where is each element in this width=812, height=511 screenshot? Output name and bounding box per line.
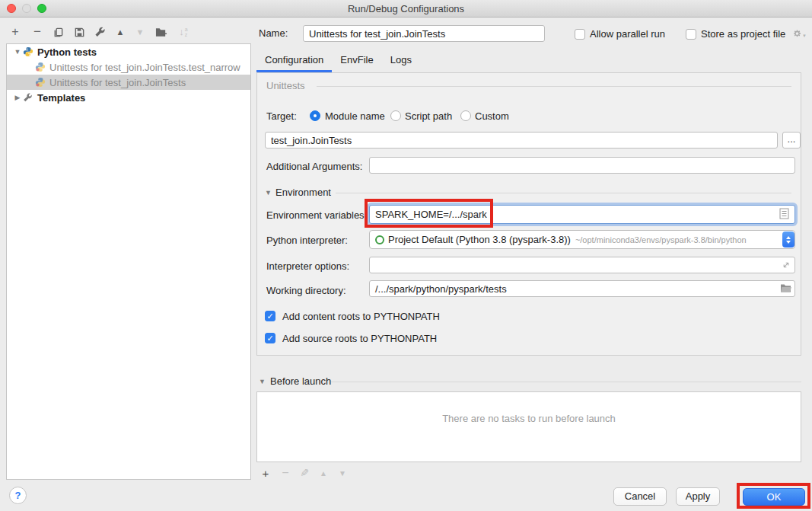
save-configuration-icon[interactable] — [72, 24, 87, 40]
target-script-path-radio[interactable] — [390, 110, 401, 121]
sort-alphabetically-icon: ↓ az — [176, 24, 191, 40]
section-divider — [331, 382, 801, 382]
add-content-roots-checkbox[interactable]: ✓ — [265, 311, 275, 321]
interpreter-path: ~/opt/miniconda3/envs/pyspark-3.8/bin/py… — [575, 235, 747, 244]
python-icon — [22, 46, 33, 58]
add-content-roots-label: Add content roots to PYTHONPATH — [282, 311, 440, 322]
interpreter-name: Project Default (Python 3.8 (pyspark-3.8… — [388, 234, 571, 245]
store-as-project-file-checkbox[interactable] — [686, 29, 696, 40]
run-debug-configurations-dialog: Run/Debug Configurations + − ▲ ▼ ↓ az ▼ … — [0, 0, 812, 511]
window-title: Run/Debug Configurations — [0, 3, 812, 14]
allow-parallel-run-label: Allow parallel run — [590, 28, 665, 40]
working-directory-field[interactable]: /.../spark/python/pyspark/tests — [369, 280, 795, 297]
configuration-panel: Unittests Target: Module name Script pat… — [256, 72, 801, 356]
interpreter-options-label: Interpreter options: — [266, 260, 349, 272]
expand-field-icon[interactable] — [782, 260, 791, 272]
new-folder-icon[interactable] — [154, 24, 169, 40]
ok-button[interactable]: OK — [743, 488, 805, 506]
store-as-project-file-label: Store as project file — [701, 28, 785, 40]
additional-arguments-label: Additional Arguments: — [266, 161, 362, 172]
name-label: Name: — [259, 27, 288, 39]
target-custom-label: Custom — [475, 110, 509, 122]
config-tabs: Configuration EnvFile Logs — [256, 49, 420, 72]
python-test-icon — [34, 62, 46, 73]
target-custom-radio[interactable] — [460, 110, 471, 121]
environment-variables-field[interactable]: SPARK_HOME=/.../spark — [369, 205, 795, 224]
move-task-down-icon: ▼ — [336, 465, 349, 481]
browse-env-vars-icon[interactable] — [779, 208, 789, 222]
browse-module-button[interactable]: ... — [782, 132, 801, 149]
interpreter-options-input[interactable] — [369, 257, 795, 273]
title-bar[interactable]: Run/Debug Configurations — [0, 0, 812, 18]
before-launch-task-list — [256, 391, 801, 462]
environment-variables-label: Environment variables: — [266, 209, 367, 221]
tree-item-label: Templates — [37, 92, 85, 104]
environment-variables-value: SPARK_HOME=/.../spark — [375, 209, 779, 220]
add-source-roots-label: Add source roots to PYTHONPATH — [282, 333, 437, 344]
target-module-name-label: Module name — [325, 110, 385, 122]
tree-item-python-tests[interactable]: ▼ Python tests — [7, 44, 250, 59]
gear-icon[interactable]: ▼ — [793, 27, 807, 40]
before-launch-expander-icon[interactable]: ▼ — [259, 378, 266, 385]
working-directory-value: /.../spark/python/pyspark/tests — [375, 283, 507, 295]
stepper-down-icon — [786, 241, 791, 244]
target-script-path-label: Script path — [405, 110, 452, 122]
configurations-tree: ▼ Python tests Unittests for test_join.J… — [6, 43, 251, 480]
cancel-button[interactable]: Cancel — [613, 487, 667, 506]
help-button[interactable]: ? — [9, 487, 27, 504]
module-name-input[interactable] — [265, 132, 778, 149]
before-launch-empty-message: There are no tasks to run before launch — [256, 413, 801, 424]
move-down-icon: ▼ — [132, 24, 148, 40]
tree-item-unittests-jointests[interactable]: Unittests for test_join.JoinTests — [7, 75, 250, 90]
tab-logs[interactable]: Logs — [382, 49, 420, 72]
working-directory-label: Working directory: — [266, 285, 346, 296]
tree-item-label: Unittests for test_join.JoinTests — [49, 77, 186, 88]
browse-folder-icon[interactable] — [780, 283, 791, 295]
group-divider — [317, 86, 791, 87]
section-divider — [336, 193, 791, 193]
target-label: Target: — [266, 110, 297, 122]
python-test-icon — [34, 77, 46, 88]
add-configuration-icon[interactable]: + — [8, 24, 23, 40]
unittests-group-title: Unittests — [266, 80, 305, 91]
before-launch-section-title[interactable]: Before launch — [270, 375, 331, 387]
add-task-icon[interactable]: + — [259, 465, 272, 481]
move-task-up-icon: ▲ — [317, 465, 330, 481]
environment-section-title[interactable]: Environment — [275, 187, 331, 198]
add-source-roots-checkbox[interactable]: ✓ — [265, 333, 275, 343]
tab-envfile[interactable]: EnvFile — [332, 49, 381, 72]
conda-env-icon — [375, 235, 384, 244]
tree-item-unittests-narrow[interactable]: Unittests for test_join.JoinTests.test_n… — [7, 59, 250, 75]
tree-item-templates[interactable]: ▶ Templates — [7, 90, 250, 105]
remove-configuration-icon[interactable]: − — [30, 24, 45, 40]
additional-arguments-input[interactable] — [369, 157, 795, 174]
edit-templates-icon[interactable] — [92, 24, 107, 40]
expander-collapsed-icon[interactable]: ▶ — [13, 94, 22, 101]
remove-task-icon: − — [279, 465, 292, 481]
edit-task-icon: ✎ — [298, 465, 311, 481]
environment-expander-icon[interactable]: ▼ — [265, 189, 272, 196]
python-interpreter-label: Python interpreter: — [266, 235, 348, 246]
apply-button[interactable]: Apply — [676, 487, 720, 506]
target-module-name-radio[interactable] — [310, 110, 320, 121]
interpreter-select-stepper[interactable] — [782, 232, 794, 248]
python-interpreter-select[interactable]: Project Default (Python 3.8 (pyspark-3.8… — [369, 230, 795, 249]
expander-open-icon[interactable]: ▼ — [13, 48, 22, 56]
wrench-icon — [22, 92, 33, 104]
allow-parallel-run-checkbox[interactable] — [575, 29, 585, 40]
move-up-icon[interactable]: ▲ — [113, 24, 128, 40]
dropdown-arrow-icon: ▼ — [802, 34, 807, 38]
name-input[interactable] — [303, 25, 545, 42]
tree-item-label: Unittests for test_join.JoinTests.test_n… — [49, 62, 240, 73]
tab-configuration[interactable]: Configuration — [256, 49, 332, 72]
stepper-up-icon — [786, 236, 791, 239]
tree-item-label: Python tests — [37, 46, 97, 58]
copy-configuration-icon[interactable] — [50, 24, 65, 40]
